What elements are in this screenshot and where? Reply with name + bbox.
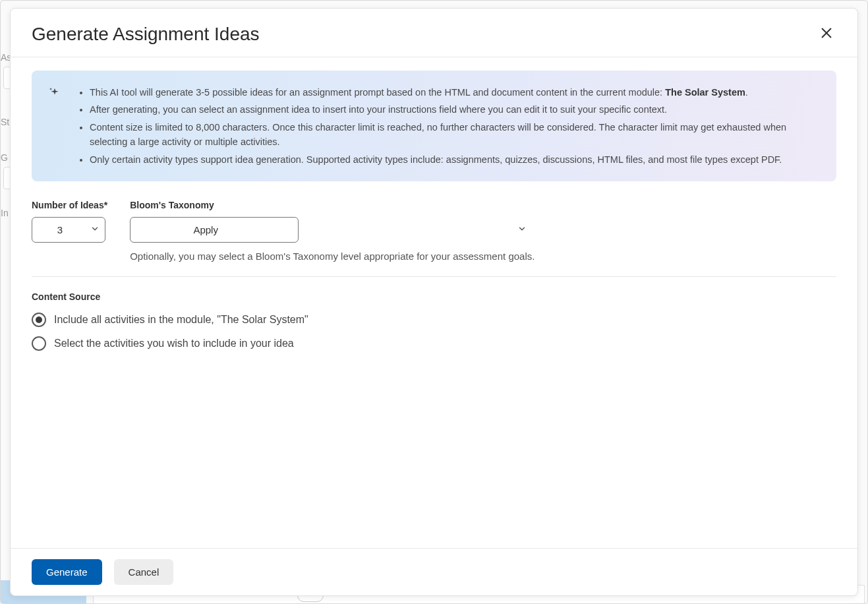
controls-row: Number of Ideas* 3 Bloom's Taxonomy Appl… <box>32 200 836 277</box>
sparkle-icon <box>47 85 62 167</box>
dialog-header: Generate Assignment Ideas <box>11 9 857 57</box>
bg-label: In <box>1 208 9 218</box>
info-item: After generating, you can select an assi… <box>90 102 818 117</box>
close-icon <box>819 32 834 42</box>
chevron-down-icon <box>517 224 527 236</box>
info-module-name: The Solar System <box>665 87 745 98</box>
radio-icon <box>32 313 46 327</box>
info-item: Content size is limited to 8,000 charact… <box>90 120 818 150</box>
info-item: This AI tool will generate 3-5 possible … <box>90 85 818 100</box>
info-box: This AI tool will generate 3-5 possible … <box>32 71 836 181</box>
bg-label: G <box>1 152 8 163</box>
num-ideas-label: Number of Ideas* <box>32 200 107 210</box>
num-ideas-group: Number of Ideas* 3 <box>32 200 107 262</box>
info-item: Only certain activity types support idea… <box>90 152 818 167</box>
dialog-body: This AI tool will generate 3-5 possible … <box>11 57 857 548</box>
content-source-section: Content Source Include all activities in… <box>32 291 836 351</box>
bloom-value: Apply <box>193 224 218 235</box>
radio-label: Select the activities you wish to includ… <box>54 338 294 349</box>
bloom-select[interactable]: Apply <box>130 217 299 243</box>
radio-select-activities[interactable]: Select the activities you wish to includ… <box>32 336 836 351</box>
close-button[interactable] <box>817 23 836 45</box>
dialog-title: Generate Assignment Ideas <box>32 24 260 45</box>
info-text: . <box>745 87 748 98</box>
generate-button[interactable]: Generate <box>32 559 102 585</box>
num-ideas-select-wrap: 3 <box>32 217 107 243</box>
radio-include-all[interactable]: Include all activities in the module, "T… <box>32 313 836 327</box>
bloom-group: Bloom's Taxonomy Apply Optionally, you m… <box>130 200 535 262</box>
bloom-select-wrap: Apply <box>130 217 535 243</box>
content-source-heading: Content Source <box>32 291 836 302</box>
radio-icon <box>32 336 46 351</box>
info-list: This AI tool will generate 3-5 possible … <box>78 85 818 167</box>
dialog-footer: Generate Cancel <box>11 548 857 595</box>
cancel-button[interactable]: Cancel <box>114 559 174 585</box>
generate-ideas-dialog: Generate Assignment Ideas This AI tool w… <box>10 8 858 596</box>
bg-label: St <box>1 117 9 127</box>
num-ideas-value: 3 <box>57 224 63 235</box>
info-text: This AI tool will generate 3-5 possible … <box>90 87 665 98</box>
bloom-label: Bloom's Taxonomy <box>130 200 535 210</box>
radio-label: Include all activities in the module, "T… <box>54 314 308 326</box>
num-ideas-select[interactable]: 3 <box>32 217 105 243</box>
bloom-helper-text: Optionally, you may select a Bloom's Tax… <box>130 251 535 262</box>
